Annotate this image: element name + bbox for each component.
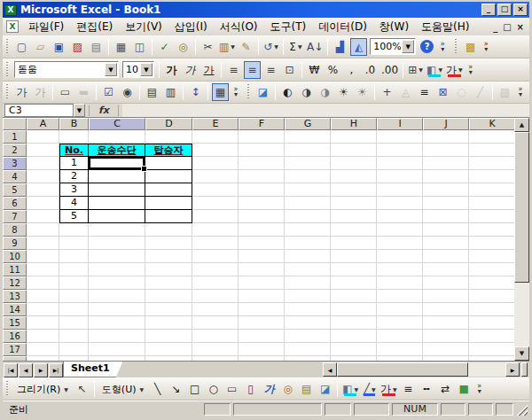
cell-E2[interactable] [192, 144, 239, 157]
chart-wizard-button[interactable]: ▟ [332, 38, 348, 56]
previous-sheet-button[interactable]: ◀ [19, 363, 33, 377]
reset-picture-button[interactable]: ▧ [497, 83, 513, 101]
cell-F16[interactable] [239, 330, 285, 343]
cell-A4[interactable] [27, 170, 59, 183]
cell-I10[interactable] [377, 250, 423, 263]
cell-G4[interactable] [285, 170, 331, 183]
font-color-button[interactable]: 가▼ [445, 61, 464, 79]
cell-I2[interactable] [377, 144, 423, 157]
picture-options-icon[interactable]: »▾ [515, 82, 526, 102]
cell-E9[interactable] [192, 237, 239, 250]
cell-H1[interactable] [331, 130, 377, 144]
cell-J14[interactable] [423, 303, 469, 316]
line-style-button[interactable]: ≡ [416, 83, 433, 101]
mail-button[interactable]: ▤ [88, 38, 105, 56]
cell-H17[interactable] [331, 343, 377, 356]
cell-C3[interactable] [89, 157, 145, 170]
cell-E7[interactable] [192, 210, 239, 223]
wordart-button[interactable]: 가 [261, 380, 278, 398]
cell-H16[interactable] [331, 330, 377, 343]
line-button[interactable]: ╲ [149, 380, 166, 398]
cell-C8[interactable] [89, 223, 145, 237]
row-header-9[interactable]: 9 [3, 237, 27, 250]
cell-K6[interactable] [469, 197, 514, 210]
cell-D7[interactable] [145, 210, 192, 223]
row-header-8[interactable]: 8 [3, 223, 27, 237]
cell-C13[interactable] [89, 290, 145, 303]
undo-button[interactable]: ↺▼ [262, 38, 279, 56]
menu-item[interactable]: 데이터(D) [312, 18, 373, 36]
toolbar-grab-handle[interactable] [5, 84, 10, 100]
cell-D6[interactable] [145, 197, 192, 210]
cell-G13[interactable] [285, 290, 331, 303]
cell-C10[interactable] [89, 250, 145, 263]
comma-style-button[interactable]: , [343, 61, 360, 79]
cell-H12[interactable] [331, 276, 377, 290]
menu-item[interactable]: 삽입(I) [168, 18, 214, 36]
cell-B1[interactable] [59, 130, 89, 144]
cell-G11[interactable] [285, 263, 331, 276]
autoshapes-menu-button[interactable]: 도형(U)▼ [98, 380, 147, 398]
cell-E6[interactable] [192, 197, 239, 210]
sort-ascending-button[interactable]: A↓ [306, 38, 324, 56]
cell-A15[interactable] [27, 316, 59, 330]
cell-F9[interactable] [239, 237, 285, 250]
align-left-button[interactable]: ≡ [225, 61, 242, 79]
cell-K2[interactable] [469, 144, 514, 157]
cell-J15[interactable] [423, 316, 469, 330]
horizontal-scroll-track[interactable] [468, 362, 505, 377]
cell-K5[interactable] [469, 183, 514, 197]
borders-button[interactable]: ⊞▼ [407, 61, 424, 79]
cell-B10[interactable] [59, 250, 89, 263]
row-header-11[interactable]: 11 [3, 263, 27, 276]
cell-F1[interactable] [239, 130, 285, 144]
font-name-combo[interactable]: 돋움 ▼ [14, 61, 119, 78]
cell-E4[interactable] [192, 170, 239, 183]
row-header-14[interactable]: 14 [3, 303, 27, 316]
recolor-picture-button[interactable]: ◌ [453, 83, 470, 101]
row-header-13[interactable]: 13 [3, 290, 27, 303]
chevron-down-icon[interactable]: ▼ [354, 386, 358, 393]
cell-B13[interactable] [59, 290, 89, 303]
currency-button[interactable]: ₩ [306, 61, 323, 79]
cell-F11[interactable] [239, 263, 285, 276]
cell-K3[interactable] [469, 157, 514, 170]
cell-G10[interactable] [285, 250, 331, 263]
name-box-dropdown[interactable]: ▼ [74, 104, 85, 117]
less-brightness-button[interactable]: ☀ [354, 83, 371, 101]
column-header-J[interactable]: J [423, 118, 469, 130]
cell-I9[interactable] [377, 237, 423, 250]
cell-A7[interactable] [27, 210, 59, 223]
chevron-down-icon[interactable]: ▼ [438, 66, 442, 73]
draw-menu-button[interactable]: 그리기(R)▼ [13, 380, 72, 398]
autosum-button[interactable]: Σ▼ [287, 38, 304, 56]
cell-K12[interactable] [469, 276, 514, 290]
print-button[interactable]: ▦ [113, 38, 129, 56]
cell-B15[interactable] [59, 316, 89, 330]
select-all-corner[interactable] [3, 118, 27, 130]
cell-F12[interactable] [239, 276, 285, 290]
row-header-10[interactable]: 10 [3, 250, 27, 263]
cell-I1[interactable] [377, 130, 423, 144]
toolbar-grab-handle[interactable] [5, 62, 10, 78]
chevron-down-icon[interactable]: ▼ [419, 66, 423, 73]
cell-J10[interactable] [423, 250, 469, 263]
cell-E12[interactable] [192, 276, 239, 290]
chevron-down-icon[interactable]: ▼ [458, 66, 463, 73]
help-button[interactable]: ? [419, 38, 435, 56]
cell-G16[interactable] [285, 330, 331, 343]
chevron-down-icon[interactable]: ▼ [140, 63, 153, 76]
cell-K7[interactable] [469, 210, 514, 223]
line-style-button[interactable]: ≡ [400, 380, 417, 398]
cell-B7[interactable]: 5 [59, 210, 89, 223]
text-direction-rtl-button[interactable]: 가 [32, 83, 49, 101]
cell-B5[interactable]: 3 [59, 183, 89, 197]
workbook-restore-button[interactable]: □ [503, 22, 511, 32]
vertical-scroll-track[interactable] [514, 283, 529, 346]
cell-D3[interactable] [145, 157, 192, 170]
cell-I5[interactable] [377, 183, 423, 197]
cell-G7[interactable] [285, 210, 331, 223]
cell-D8[interactable] [145, 223, 192, 237]
label-control-button[interactable]: ▬ [75, 83, 92, 101]
cell-C15[interactable] [89, 316, 145, 330]
